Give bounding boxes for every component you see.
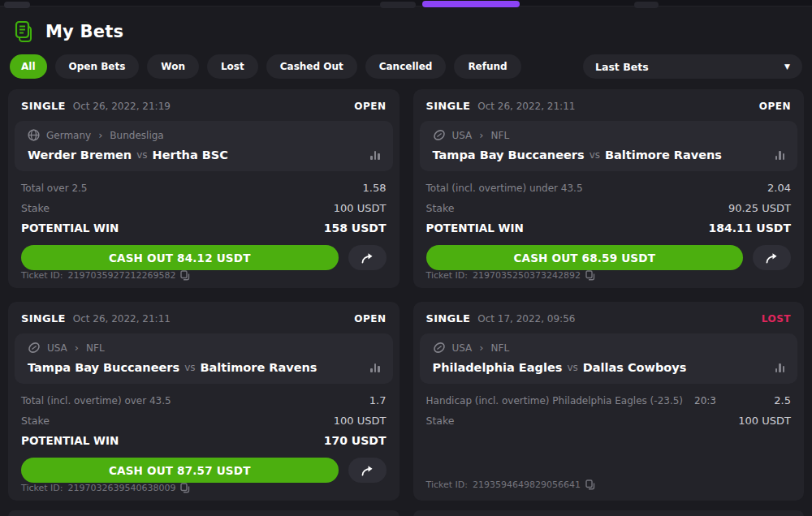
ticket-row: Ticket ID: 2193594649829056641 xyxy=(426,479,792,490)
league-separator: › xyxy=(98,130,102,140)
stake-value: 90.25 USDT xyxy=(728,202,791,214)
away-team: Baltimore Ravens xyxy=(201,361,317,374)
bet-type: SINGLE xyxy=(21,100,66,112)
stake-label: Stake xyxy=(21,202,50,214)
bet-card-partial xyxy=(8,510,400,516)
cashout-row: CASH OUT 87.57 USDT xyxy=(21,458,387,483)
ticket-id-prefix: Ticket ID: xyxy=(21,270,63,281)
statistics-icon[interactable] xyxy=(370,150,380,160)
stake-label: Stake xyxy=(21,415,50,427)
odds-value: 2.5 xyxy=(774,394,791,406)
country-label: USA xyxy=(452,342,473,354)
chevron-down-icon: ▼ xyxy=(784,62,790,71)
page-title: My Bets xyxy=(45,22,123,41)
stake-row: Stake 100 USDT xyxy=(413,415,805,427)
ticket-row: Ticket ID: 2197035250373242892 xyxy=(426,270,792,281)
stake-row: Stake 90.25 USDT xyxy=(413,202,805,214)
active-nav-tab-indicator[interactable] xyxy=(422,1,520,7)
cashout-row: CASH OUT 68.59 USDT xyxy=(426,245,792,270)
vs-label: vs xyxy=(184,362,195,373)
share-button[interactable] xyxy=(348,458,387,483)
share-icon xyxy=(361,252,374,264)
nav-stub-button[interactable] xyxy=(4,2,30,8)
cashout-button[interactable]: CASH OUT 84.12 USDT xyxy=(21,245,339,270)
copy-icon[interactable] xyxy=(585,479,595,490)
filter-pill[interactable]: Open Bets xyxy=(55,54,140,79)
filter-pill[interactable]: All xyxy=(10,54,47,79)
football-icon xyxy=(28,342,41,354)
match-row: Tampa Bay Buccaneers vs Baltimore Ravens xyxy=(28,361,380,374)
stake-value: 100 USDT xyxy=(334,415,387,427)
filter-pill[interactable]: Won xyxy=(147,54,199,79)
market-label: Total (incl. overtime) over 43.5 xyxy=(21,395,171,406)
ticket-id-value: 2197035250373242892 xyxy=(473,270,581,281)
vs-label: vs xyxy=(567,362,577,373)
ticket-row: Ticket ID: 2197035927212269582 xyxy=(21,270,387,281)
bet-datetime: Oct 26, 2022, 21:11 xyxy=(477,101,575,112)
filter-pill[interactable]: Cashed Out xyxy=(266,54,357,79)
nav-stub-button[interactable] xyxy=(380,2,416,8)
statistics-icon[interactable] xyxy=(775,150,785,160)
share-icon xyxy=(765,252,779,264)
ticket-id-value: 2193594649829056641 xyxy=(473,479,581,490)
home-team: Tampa Bay Buccaneers xyxy=(28,361,179,374)
away-team: Baltimore Ravens xyxy=(605,148,722,161)
bet-status-badge: LOST xyxy=(762,313,791,325)
league-separator: › xyxy=(479,342,483,353)
share-icon xyxy=(361,465,374,476)
league-row: USA › NFL xyxy=(28,342,380,354)
potential-win-value: 158 USDT xyxy=(324,221,387,234)
stake-label: Stake xyxy=(426,202,455,214)
statistics-icon[interactable] xyxy=(775,363,785,372)
ticket-id-value: 2197035927212269582 xyxy=(67,270,175,281)
globe-icon xyxy=(28,129,40,141)
odds-value: 1.7 xyxy=(369,394,387,406)
nav-stub-button[interactable] xyxy=(634,2,659,8)
filter-pill[interactable]: Refund xyxy=(454,54,520,79)
match-panel[interactable]: USA › NFL Philadelphia Eagles vs Dallas … xyxy=(420,333,798,384)
cashout-button[interactable]: CASH OUT 68.59 USDT xyxy=(426,245,744,270)
country-label: USA xyxy=(452,130,473,141)
bet-card: SINGLE Oct 26, 2022, 21:11 OPEN USA › NF… xyxy=(413,89,805,288)
stake-label: Stake xyxy=(426,415,455,427)
bet-status-badge: OPEN xyxy=(759,101,791,112)
market-row: Handicap (incl. overtime) Philadelphia E… xyxy=(413,394,805,406)
stake-row: Stake 100 USDT xyxy=(8,415,400,427)
copy-icon[interactable] xyxy=(180,270,190,281)
match-panel[interactable]: USA › NFL Tampa Bay Buccaneers vs Baltim… xyxy=(420,121,798,171)
potential-win-value: 170 USDT xyxy=(324,434,387,447)
bet-card: SINGLE Oct 17, 2022, 09:56 LOST USA › NF… xyxy=(413,302,805,501)
statistics-icon[interactable] xyxy=(370,363,380,372)
filter-pill[interactable]: Cancelled xyxy=(365,54,447,79)
share-button[interactable] xyxy=(753,245,791,270)
next-cards-row-partial xyxy=(8,510,804,516)
league-row: USA › NFL xyxy=(433,129,785,141)
cashout-row: CASH OUT 84.12 USDT xyxy=(21,245,387,270)
page-header: My Bets xyxy=(13,18,804,45)
market-row: Total (incl. overtime) over 43.5 1.7 xyxy=(8,394,400,406)
filter-pill[interactable]: Lost xyxy=(207,54,258,79)
bet-type: SINGLE xyxy=(426,100,471,112)
cashout-button[interactable]: CASH OUT 87.57 USDT xyxy=(21,458,339,483)
match-row: Tampa Bay Buccaneers vs Baltimore Ravens xyxy=(433,148,785,161)
share-button[interactable] xyxy=(348,245,387,270)
ticket-id-prefix: Ticket ID: xyxy=(21,483,63,493)
odds-value: 1.58 xyxy=(363,182,387,194)
sort-dropdown[interactable]: Last Bets ▼ xyxy=(583,54,802,79)
bet-card-header: SINGLE Oct 26, 2022, 21:11 OPEN xyxy=(8,302,400,325)
football-icon xyxy=(433,129,446,141)
bet-type: SINGLE xyxy=(426,312,471,325)
my-bets-page: My Bets All Open Bets Won Lost Cashed Ou… xyxy=(0,18,812,516)
stake-value: 100 USDT xyxy=(738,415,791,427)
copy-icon[interactable] xyxy=(585,270,595,281)
match-panel[interactable]: Germany › Bundesliga Werder Bremen vs He… xyxy=(15,121,393,171)
bet-card-header: SINGLE Oct 26, 2022, 21:11 OPEN xyxy=(413,89,805,112)
bet-card: SINGLE Oct 26, 2022, 21:11 OPEN USA › NF… xyxy=(8,302,400,501)
league-row: Germany › Bundesliga xyxy=(28,129,380,141)
top-nav-strip xyxy=(0,0,812,6)
match-panel[interactable]: USA › NFL Tampa Bay Buccaneers vs Baltim… xyxy=(15,333,393,384)
match-score: 20:3 xyxy=(694,395,716,406)
bet-card-header: SINGLE Oct 26, 2022, 21:19 OPEN xyxy=(8,89,400,112)
home-team: Tampa Bay Buccaneers xyxy=(433,148,585,161)
copy-icon[interactable] xyxy=(180,483,190,493)
